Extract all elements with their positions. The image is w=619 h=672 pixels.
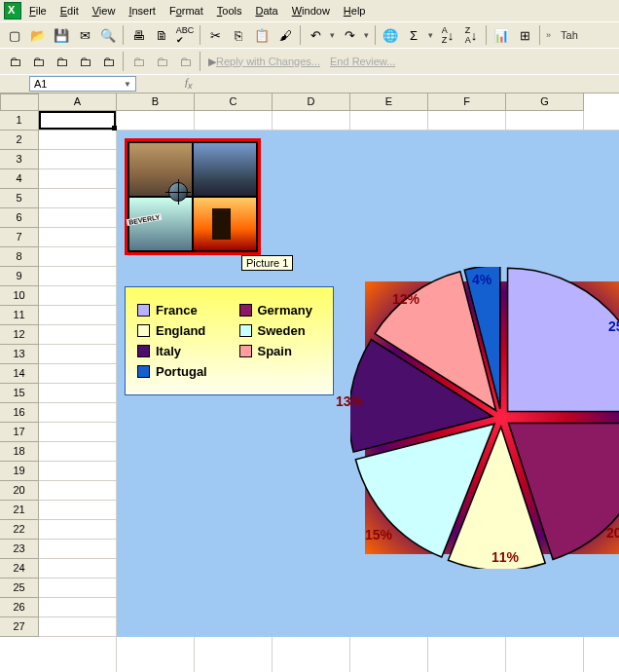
redo-icon[interactable]: ↷ bbox=[339, 24, 360, 46]
review-icon-3[interactable]: 🗀 bbox=[51, 51, 72, 72]
picture-1[interactable] bbox=[125, 138, 261, 255]
row-header-16[interactable]: 16 bbox=[0, 403, 39, 423]
pic-quadrant-2 bbox=[194, 143, 256, 196]
save-icon[interactable]: 💾 bbox=[51, 24, 72, 46]
name-box[interactable]: A1 ▼ bbox=[29, 76, 136, 92]
chart-icon[interactable]: 📊 bbox=[491, 24, 512, 46]
review-toolbar: 🗀 🗀 🗀 🗀 🗀 🗀 🗀 🗀 ▶Reply with Changes... E… bbox=[0, 48, 619, 74]
toolbar-overflow-icon[interactable]: » bbox=[544, 30, 553, 40]
col-header-D[interactable]: D bbox=[273, 93, 350, 111]
formula-bar: A1 ▼ fx bbox=[0, 74, 619, 93]
paste-icon[interactable]: 📋 bbox=[251, 24, 273, 46]
mail-icon[interactable]: ✉ bbox=[74, 24, 95, 46]
menu-edit[interactable]: Edit bbox=[55, 3, 85, 19]
crosshair-icon bbox=[168, 182, 188, 202]
row-header-9[interactable]: 9 bbox=[0, 267, 39, 286]
row-header-21[interactable]: 21 bbox=[0, 501, 39, 520]
open-icon[interactable]: 📂 bbox=[27, 24, 49, 46]
pie-label-sweden: 15% bbox=[365, 527, 392, 542]
row-header-19[interactable]: 19 bbox=[0, 462, 39, 481]
new-icon[interactable]: ▢ bbox=[4, 24, 25, 46]
font-name-box[interactable]: Tah bbox=[555, 29, 594, 41]
spelling-icon[interactable]: ABC✔ bbox=[174, 24, 196, 46]
pie-chart-area[interactable]: 25%20%11%15%13%12%4% bbox=[365, 281, 619, 554]
copy-icon[interactable]: ⎘ bbox=[228, 24, 249, 46]
row-header-8[interactable]: 8 bbox=[0, 247, 39, 267]
row-header-25[interactable]: 25 bbox=[0, 579, 39, 598]
menu-file[interactable]: File bbox=[23, 3, 53, 19]
legend-item-portugal: Portugal bbox=[137, 364, 230, 379]
pic-quadrant-4 bbox=[194, 198, 256, 250]
row-header-27[interactable]: 27 bbox=[0, 617, 39, 637]
col-header-E[interactable]: E bbox=[350, 93, 428, 111]
redo-dropdown-icon[interactable]: ▾ bbox=[362, 30, 371, 40]
format-painter-icon[interactable]: 🖌 bbox=[274, 24, 296, 46]
row-header-1[interactable]: 1 bbox=[0, 111, 39, 131]
name-box-value: A1 bbox=[34, 78, 47, 90]
search-icon[interactable]: 🔍 bbox=[97, 24, 119, 46]
select-all-corner[interactable] bbox=[0, 93, 39, 111]
row-header-20[interactable]: 20 bbox=[0, 481, 39, 501]
undo-icon[interactable]: ↶ bbox=[305, 24, 326, 46]
row-header-5[interactable]: 5 bbox=[0, 189, 39, 208]
menu-data[interactable]: Data bbox=[249, 3, 283, 19]
row-header-6[interactable]: 6 bbox=[0, 208, 39, 228]
undo-dropdown-icon[interactable]: ▾ bbox=[328, 30, 337, 40]
row-header-14[interactable]: 14 bbox=[0, 364, 39, 384]
sort-asc-icon[interactable]: AZ↓ bbox=[437, 24, 458, 46]
row-header-15[interactable]: 15 bbox=[0, 384, 39, 403]
row-header-4[interactable]: 4 bbox=[0, 169, 39, 189]
autosum-icon[interactable]: Σ bbox=[403, 24, 424, 46]
pie-chart bbox=[350, 267, 619, 569]
legend-item-england: England bbox=[137, 323, 220, 338]
worksheet-grid[interactable]: ABCDEFG 12345678910111213141516171819202… bbox=[0, 93, 619, 672]
col-header-B[interactable]: B bbox=[117, 93, 195, 111]
row-header-18[interactable]: 18 bbox=[0, 442, 39, 462]
show-all-icon[interactable]: ⊞ bbox=[514, 24, 535, 46]
row-header-3[interactable]: 3 bbox=[0, 150, 39, 169]
end-review-button[interactable]: End Review... bbox=[326, 56, 399, 67]
pie-label-portugal: 4% bbox=[472, 272, 492, 287]
review-icon-7[interactable]: 🗀 bbox=[151, 51, 172, 72]
menu-view[interactable]: View bbox=[87, 3, 122, 19]
review-icon-8[interactable]: 🗀 bbox=[174, 51, 196, 72]
hyperlink-icon[interactable]: 🌐 bbox=[380, 24, 401, 46]
review-icon-2[interactable]: 🗀 bbox=[27, 51, 49, 72]
review-icon-5[interactable]: 🗀 bbox=[97, 51, 119, 72]
col-header-F[interactable]: F bbox=[428, 93, 506, 111]
name-box-dropdown-icon[interactable]: ▼ bbox=[124, 80, 131, 89]
autosum-dropdown-icon[interactable]: ▾ bbox=[426, 30, 435, 40]
review-icon-6[interactable]: 🗀 bbox=[127, 51, 149, 72]
sort-desc-icon[interactable]: ZA↓ bbox=[460, 24, 482, 46]
row-header-17[interactable]: 17 bbox=[0, 423, 39, 442]
row-header-13[interactable]: 13 bbox=[0, 345, 39, 364]
row-header-7[interactable]: 7 bbox=[0, 228, 39, 247]
row-header-11[interactable]: 11 bbox=[0, 306, 39, 325]
preview-icon[interactable]: 🗎 bbox=[151, 24, 172, 46]
row-header-24[interactable]: 24 bbox=[0, 559, 39, 579]
row-header-22[interactable]: 22 bbox=[0, 520, 39, 540]
row-header-23[interactable]: 23 bbox=[0, 540, 39, 559]
selected-cell[interactable] bbox=[39, 111, 116, 130]
reply-changes-button[interactable]: ▶Reply with Changes... bbox=[204, 56, 324, 68]
menu-tools[interactable]: Tools bbox=[211, 3, 248, 19]
col-header-A[interactable]: A bbox=[39, 93, 117, 111]
col-header-G[interactable]: G bbox=[506, 93, 584, 111]
menu-insert[interactable]: Insert bbox=[123, 3, 162, 19]
separator bbox=[200, 52, 200, 71]
review-icon-4[interactable]: 🗀 bbox=[74, 51, 95, 72]
row-header-10[interactable]: 10 bbox=[0, 286, 39, 306]
review-icon-1[interactable]: 🗀 bbox=[4, 51, 25, 72]
menu-window[interactable]: Window bbox=[286, 3, 336, 19]
row-header-2[interactable]: 2 bbox=[0, 131, 39, 150]
menu-bar: FileEditViewInsertFormatToolsDataWindowH… bbox=[0, 0, 619, 21]
col-header-C[interactable]: C bbox=[195, 93, 273, 111]
cut-icon[interactable]: ✂ bbox=[204, 24, 226, 46]
menu-help[interactable]: Help bbox=[338, 3, 372, 19]
print-icon[interactable]: 🖶 bbox=[127, 24, 149, 46]
row-header-12[interactable]: 12 bbox=[0, 325, 39, 345]
fx-icon[interactable]: fx bbox=[185, 76, 193, 91]
row-header-26[interactable]: 26 bbox=[0, 598, 39, 617]
menu-format[interactable]: Format bbox=[164, 3, 209, 19]
embedded-panel: Picture 1 France Germany England Sweden … bbox=[117, 131, 619, 637]
